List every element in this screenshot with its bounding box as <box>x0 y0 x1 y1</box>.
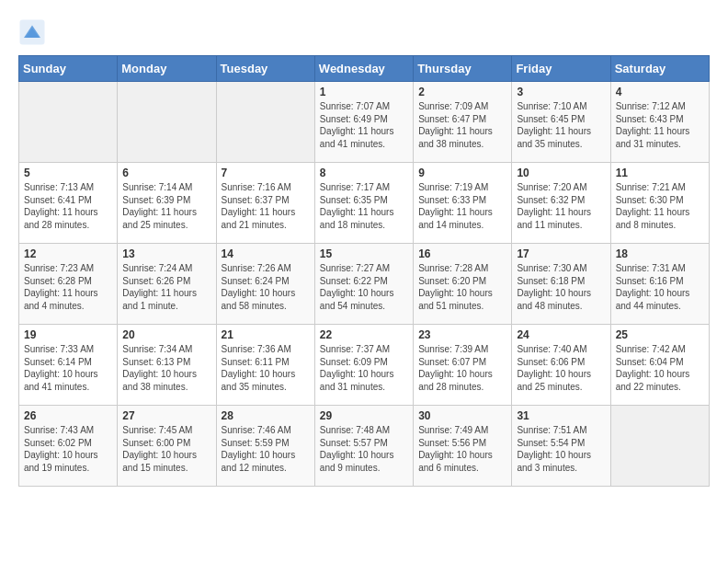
day-number: 5 <box>24 167 112 179</box>
day-number: 8 <box>320 167 408 179</box>
day-header-tuesday: Tuesday <box>216 56 314 82</box>
cell-content: Sunrise: 7:20 AMSunset: 6:32 PMDaylight:… <box>517 181 605 231</box>
calendar-cell: 13Sunrise: 7:24 AMSunset: 6:26 PMDayligh… <box>118 244 216 325</box>
cell-content: Sunrise: 7:26 AMSunset: 6:24 PMDaylight:… <box>222 262 310 312</box>
calendar-cell <box>216 82 314 163</box>
calendar-cell: 1Sunrise: 7:07 AMSunset: 6:49 PMDaylight… <box>314 82 413 163</box>
day-number: 9 <box>418 167 506 179</box>
cell-content: Sunrise: 7:09 AMSunset: 6:47 PMDaylight:… <box>418 100 506 150</box>
calendar-cell: 21Sunrise: 7:36 AMSunset: 6:11 PMDayligh… <box>216 325 314 406</box>
day-number: 21 <box>222 328 310 341</box>
day-number: 20 <box>122 328 210 341</box>
logo-icon <box>18 18 46 46</box>
calendar-week-row: 1Sunrise: 7:07 AMSunset: 6:49 PMDaylight… <box>19 82 710 163</box>
day-number: 4 <box>616 86 704 98</box>
page-container: SundayMondayTuesdayWednesdayThursdayFrid… <box>0 0 728 496</box>
cell-content: Sunrise: 7:30 AMSunset: 6:18 PMDaylight:… <box>517 262 605 312</box>
calendar-cell: 9Sunrise: 7:19 AMSunset: 6:33 PMDaylight… <box>414 163 512 244</box>
calendar-cell: 8Sunrise: 7:17 AMSunset: 6:35 PMDaylight… <box>314 163 413 244</box>
day-number: 23 <box>418 328 506 341</box>
day-number: 28 <box>222 409 310 422</box>
day-header-thursday: Thursday <box>414 56 512 82</box>
day-number: 6 <box>122 167 210 179</box>
calendar-cell: 30Sunrise: 7:49 AMSunset: 5:56 PMDayligh… <box>414 406 512 487</box>
cell-content: Sunrise: 7:40 AMSunset: 6:06 PMDaylight:… <box>517 343 605 393</box>
day-number: 18 <box>616 247 704 260</box>
calendar-cell: 18Sunrise: 7:31 AMSunset: 6:16 PMDayligh… <box>610 244 709 325</box>
day-header-saturday: Saturday <box>610 56 709 82</box>
day-number: 14 <box>222 247 310 260</box>
day-number: 11 <box>616 167 704 179</box>
calendar-cell: 7Sunrise: 7:16 AMSunset: 6:37 PMDaylight… <box>216 163 314 244</box>
day-number: 10 <box>517 167 605 179</box>
day-number: 24 <box>517 328 605 341</box>
cell-content: Sunrise: 7:17 AMSunset: 6:35 PMDaylight:… <box>320 181 408 231</box>
day-number: 29 <box>320 409 408 422</box>
calendar-cell: 15Sunrise: 7:27 AMSunset: 6:22 PMDayligh… <box>314 244 413 325</box>
calendar-week-row: 5Sunrise: 7:13 AMSunset: 6:41 PMDaylight… <box>19 163 710 244</box>
cell-content: Sunrise: 7:19 AMSunset: 6:33 PMDaylight:… <box>418 181 506 231</box>
day-number: 13 <box>122 247 210 260</box>
calendar-week-row: 12Sunrise: 7:23 AMSunset: 6:28 PMDayligh… <box>19 244 710 325</box>
calendar-cell: 10Sunrise: 7:20 AMSunset: 6:32 PMDayligh… <box>512 163 610 244</box>
calendar-cell: 3Sunrise: 7:10 AMSunset: 6:45 PMDaylight… <box>512 82 610 163</box>
cell-content: Sunrise: 7:36 AMSunset: 6:11 PMDaylight:… <box>222 343 310 393</box>
calendar-cell: 14Sunrise: 7:26 AMSunset: 6:24 PMDayligh… <box>216 244 314 325</box>
cell-content: Sunrise: 7:10 AMSunset: 6:45 PMDaylight:… <box>517 100 605 150</box>
calendar-cell: 4Sunrise: 7:12 AMSunset: 6:43 PMDaylight… <box>610 82 709 163</box>
day-header-monday: Monday <box>118 56 216 82</box>
cell-content: Sunrise: 7:42 AMSunset: 6:04 PMDaylight:… <box>616 343 704 393</box>
calendar-cell <box>118 82 216 163</box>
calendar-week-row: 26Sunrise: 7:43 AMSunset: 6:02 PMDayligh… <box>19 406 710 487</box>
cell-content: Sunrise: 7:13 AMSunset: 6:41 PMDaylight:… <box>24 181 112 231</box>
day-header-wednesday: Wednesday <box>314 56 413 82</box>
calendar-cell: 25Sunrise: 7:42 AMSunset: 6:04 PMDayligh… <box>610 325 709 406</box>
cell-content: Sunrise: 7:28 AMSunset: 6:20 PMDaylight:… <box>418 262 506 312</box>
calendar-cell: 2Sunrise: 7:09 AMSunset: 6:47 PMDaylight… <box>414 82 512 163</box>
cell-content: Sunrise: 7:43 AMSunset: 6:02 PMDaylight:… <box>24 424 112 474</box>
calendar-cell: 17Sunrise: 7:30 AMSunset: 6:18 PMDayligh… <box>512 244 610 325</box>
day-number: 3 <box>517 86 605 98</box>
cell-content: Sunrise: 7:31 AMSunset: 6:16 PMDaylight:… <box>616 262 704 312</box>
cell-content: Sunrise: 7:14 AMSunset: 6:39 PMDaylight:… <box>122 181 210 231</box>
calendar-cell: 12Sunrise: 7:23 AMSunset: 6:28 PMDayligh… <box>19 244 118 325</box>
calendar-header-row: SundayMondayTuesdayWednesdayThursdayFrid… <box>19 56 710 82</box>
calendar-cell: 29Sunrise: 7:48 AMSunset: 5:57 PMDayligh… <box>314 406 413 487</box>
cell-content: Sunrise: 7:46 AMSunset: 5:59 PMDaylight:… <box>222 424 310 474</box>
calendar-cell <box>19 82 118 163</box>
calendar-cell: 16Sunrise: 7:28 AMSunset: 6:20 PMDayligh… <box>414 244 512 325</box>
day-header-friday: Friday <box>512 56 610 82</box>
logo <box>18 18 50 46</box>
calendar-cell: 24Sunrise: 7:40 AMSunset: 6:06 PMDayligh… <box>512 325 610 406</box>
day-number: 22 <box>320 328 408 341</box>
day-number: 25 <box>616 328 704 341</box>
day-number: 1 <box>320 86 408 98</box>
calendar-week-row: 19Sunrise: 7:33 AMSunset: 6:14 PMDayligh… <box>19 325 710 406</box>
day-number: 19 <box>24 328 112 341</box>
cell-content: Sunrise: 7:07 AMSunset: 6:49 PMDaylight:… <box>320 100 408 150</box>
calendar-cell: 22Sunrise: 7:37 AMSunset: 6:09 PMDayligh… <box>314 325 413 406</box>
cell-content: Sunrise: 7:21 AMSunset: 6:30 PMDaylight:… <box>616 181 704 231</box>
day-number: 27 <box>122 409 210 422</box>
day-number: 16 <box>418 247 506 260</box>
day-number: 30 <box>418 409 506 422</box>
day-number: 2 <box>418 86 506 98</box>
day-number: 17 <box>517 247 605 260</box>
calendar-cell: 11Sunrise: 7:21 AMSunset: 6:30 PMDayligh… <box>610 163 709 244</box>
calendar-cell: 31Sunrise: 7:51 AMSunset: 5:54 PMDayligh… <box>512 406 610 487</box>
calendar-cell: 23Sunrise: 7:39 AMSunset: 6:07 PMDayligh… <box>414 325 512 406</box>
day-number: 26 <box>24 409 112 422</box>
cell-content: Sunrise: 7:48 AMSunset: 5:57 PMDaylight:… <box>320 424 408 474</box>
cell-content: Sunrise: 7:23 AMSunset: 6:28 PMDaylight:… <box>24 262 112 312</box>
cell-content: Sunrise: 7:51 AMSunset: 5:54 PMDaylight:… <box>517 424 605 474</box>
cell-content: Sunrise: 7:45 AMSunset: 6:00 PMDaylight:… <box>122 424 210 474</box>
calendar-cell: 28Sunrise: 7:46 AMSunset: 5:59 PMDayligh… <box>216 406 314 487</box>
calendar-cell: 19Sunrise: 7:33 AMSunset: 6:14 PMDayligh… <box>19 325 118 406</box>
cell-content: Sunrise: 7:12 AMSunset: 6:43 PMDaylight:… <box>616 100 704 150</box>
cell-content: Sunrise: 7:49 AMSunset: 5:56 PMDaylight:… <box>418 424 506 474</box>
day-number: 7 <box>222 167 310 179</box>
cell-content: Sunrise: 7:39 AMSunset: 6:07 PMDaylight:… <box>418 343 506 393</box>
calendar-cell <box>610 406 709 487</box>
day-number: 15 <box>320 247 408 260</box>
day-number: 12 <box>24 247 112 260</box>
